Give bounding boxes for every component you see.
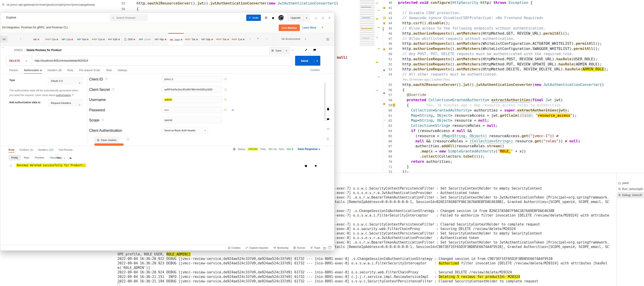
terminal-tab-pwsh[interactable]: pwsh	[617, 180, 644, 186]
scrollbar[interactable]	[324, 83, 326, 121]
tab-headers[interactable]: Headers(12)	[38, 146, 54, 154]
tab-pre-request-script[interactable]: Pre-request Script	[79, 67, 100, 73]
authorization-link[interactable]: authorization	[56, 94, 71, 96]
field-scope[interactable]: openid	[162, 117, 222, 123]
tab-test-results[interactable]: Test Results	[58, 146, 73, 154]
request-tab-cre[interactable]: POSTCre	[91, 33, 106, 46]
tab-settings[interactable]: Settings	[118, 67, 127, 73]
minimap[interactable]	[360, 0, 374, 46]
bell-icon[interactable]	[272, 16, 274, 19]
request-tab-edit[interactable]: PUTEdit	[106, 33, 122, 46]
sidebar-more-icon[interactable]: ⋯	[1, 46, 4, 49]
get-token-button-partial[interactable]	[94, 143, 124, 146]
url-input[interactable]	[32, 59, 292, 62]
fold-icon[interactable]: −	[384, 118, 386, 122]
tab-authorization[interactable]: Authorization	[24, 67, 42, 73]
view-preview[interactable]: Preview	[32, 155, 47, 161]
view-raw[interactable]: Raw	[21, 155, 32, 161]
maximize-button[interactable]: □	[322, 16, 324, 19]
lightbulb-icon[interactable]	[392, 103, 396, 107]
terminal-log-bottom[interactable]: OPE_profile, ROLE_USER, ROLE_ADMIN]]2022…	[118, 250, 616, 286]
save-button[interactable]: Save ∨	[269, 47, 290, 54]
request-tab-list[interactable]: GETList	[60, 33, 75, 46]
search-input[interactable]	[116, 16, 142, 19]
documentation-icon[interactable]	[326, 107, 330, 111]
add-auth-data-select[interactable]: Request Headers ∨	[48, 99, 83, 106]
environment-selector[interactable]: No Environment	[282, 37, 300, 40]
field-password[interactable]: •••••	[162, 107, 222, 113]
field-client-authentication[interactable]: Send as Basic Auth header∨	[162, 127, 208, 134]
editor-left[interactable]: 55 http.oauth2ResourceServer().jwt().jwt…	[118, 0, 356, 12]
edit-pencil-icon[interactable]	[304, 48, 308, 52]
comments-icon[interactable]	[326, 118, 330, 121]
request-tab-http[interactable]: GEThttp	[200, 33, 215, 46]
footer-capture-requests[interactable]: Capture requests	[245, 246, 268, 249]
invite-button[interactable]: Invite	[246, 15, 261, 21]
eye-icon[interactable]	[232, 108, 234, 112]
upgrade-button[interactable]: Upgrade ∨	[288, 14, 310, 21]
view-pretty[interactable]: Pretty	[8, 155, 21, 161]
tab-params[interactable]: Params	[9, 67, 18, 73]
tab-options-icon[interactable]: ⋯	[266, 37, 268, 40]
wrap-lines-icon[interactable]	[69, 156, 72, 160]
new-tab-icon[interactable]: +	[257, 36, 259, 40]
footer-cookies[interactable]: Cookies	[228, 246, 241, 249]
two-pane-icon[interactable]	[323, 246, 326, 250]
comment-icon[interactable]	[313, 48, 316, 52]
request-tab-cre[interactable]: POSTCre	[44, 33, 60, 46]
request-tab-tok[interactable]: POSTTok	[184, 33, 200, 46]
close-button[interactable]: ×	[328, 16, 330, 19]
code-line: 53 http.authorizeRequests().antMatchers(…	[383, 67, 644, 72]
minimize-button[interactable]: —	[314, 16, 318, 19]
environment-quick-look-icon[interactable]	[326, 37, 329, 41]
footer-bootcamp[interactable]: Bootcamp	[273, 246, 288, 249]
terminal[interactable]: -exec-7] s.s.w.c.SecurityContextPersiste…	[335, 173, 616, 250]
join-waitlist-button[interactable]: Join Waitlist	[279, 24, 300, 31]
tab-tests[interactable]: Tests	[106, 67, 112, 73]
field-client-secret[interactable]: xpRFSuPkc0xnJPjx96Y88xYeHSRUySD0	[162, 86, 222, 93]
settings-gear-icon[interactable]: ⚙	[265, 16, 268, 20]
tab-headers[interactable]: Headers(8)	[48, 67, 62, 73]
tab-method-label: GET	[139, 38, 143, 40]
format-select[interactable]: Text ∨	[55, 155, 67, 161]
clear-cookies-button[interactable]: Clear cookies	[94, 137, 119, 143]
field-client-id[interactable]: jvmcc-1	[162, 76, 222, 82]
send-button[interactable]: Send ∨	[295, 56, 320, 66]
request-tab-untitle[interactable]: GETUntitle	[137, 33, 153, 46]
code-snippet-icon[interactable]: </>	[326, 128, 330, 130]
request-tab-get[interactable]: GETGet	[75, 33, 91, 46]
request-tab-http[interactable]: GEThttp	[153, 33, 168, 46]
footer-runner[interactable]: Runner	[293, 246, 305, 249]
auth-type-select[interactable]: OAuth 2.0 ∨	[48, 77, 83, 84]
tab-body[interactable]: Body	[8, 146, 14, 154]
method-selector[interactable]: DELETE	[6, 59, 26, 62]
search-box[interactable]	[110, 14, 148, 21]
scroll-tabs-right-icon[interactable]: ›	[250, 37, 251, 40]
terminal-tab-debug-jvmccr[interactable]: ⚙Debug: JvmccR	[617, 192, 644, 198]
help-icon[interactable]: ?	[328, 246, 332, 249]
request-more-icon[interactable]: ⋯	[291, 48, 294, 52]
workspace-name[interactable]: JVMCC	[14, 48, 23, 52]
footer-trash[interactable]: Trash	[310, 246, 320, 249]
field-username[interactable]: admin	[162, 96, 222, 103]
request-tab-jvm[interactable]: JVM	[122, 33, 137, 46]
scroll-tabs-left-icon[interactable]: ‹	[20, 37, 21, 40]
request-info-icon[interactable]: ⓘ	[326, 137, 329, 141]
request-tab-cre[interactable]: POSTCre	[230, 33, 246, 46]
request-name[interactable]: Delete Reviews for Product	[26, 48, 62, 52]
editor-right[interactable]: − 40 protected void configure(HttpSecuri…	[383, 0, 644, 173]
section-explore[interactable]: Explore	[6, 16, 16, 19]
banner-close-icon[interactable]: ×	[322, 26, 324, 29]
request-tab-elk[interactable]: elk	[28, 33, 44, 46]
avatar[interactable]	[278, 15, 284, 20]
learn-more-link[interactable]: Learn More	[302, 26, 316, 29]
request-tab-tok[interactable]: POSTTok	[215, 33, 230, 46]
import-button-partial[interactable]: ort	[0, 36, 8, 42]
cookies-link[interactable]: Cookies	[310, 69, 320, 71]
response-body[interactable]: 1 Reviews deleted successfully for Produ…	[0, 161, 334, 229]
terminal-tab-run-jvmccapig[interactable]: ⚙Run: JvmccApiG	[617, 186, 644, 192]
tab-body[interactable]: Body	[67, 67, 73, 73]
request-tab-dele[interactable]: DELDele	[168, 33, 184, 46]
tab-cookies[interactable]: Cookies(1)	[19, 146, 33, 154]
save-response-button[interactable]: Save Response∨	[298, 148, 320, 151]
